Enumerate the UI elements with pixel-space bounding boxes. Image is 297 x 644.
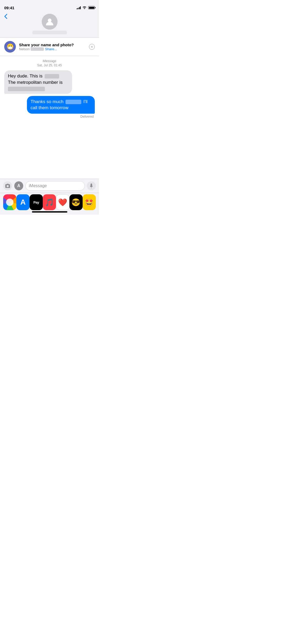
battery-icon [88,6,95,9]
music-icon: 🎵 [45,198,54,207]
person-icon [45,17,54,26]
back-button[interactable] [4,14,7,19]
dock-icon-photos[interactable] [3,194,16,210]
signal-icon [77,6,81,9]
incoming-text-middle: The metropolitan number is [8,80,63,85]
status-time: 09:41 [4,6,14,10]
contact-name-blur [32,31,67,34]
outgoing-name-blur [65,100,81,104]
share-title: Share your name and photo? [19,43,86,47]
dock-icon-applepay[interactable]: Pay [30,194,43,210]
appstore-icon: A [20,198,26,206]
incoming-bubble[interactable]: Hey dude. This is The metropolitan numbe… [4,70,72,94]
share-link[interactable]: Share... [45,47,57,51]
nav-header [0,12,99,38]
applepay-icon: Pay [33,200,39,204]
status-icons [77,6,95,10]
dock-icon-memoji2[interactable]: 🤩 [83,194,96,210]
dock-icon-health[interactable]: ❤️ [56,194,69,210]
phone-number-blur [8,87,45,91]
home-indicator [32,211,67,213]
message-timestamp: iMessage Sat, Jul 25, 01:45 [4,59,95,67]
dock-icon-appstore[interactable]: A [16,194,30,210]
close-banner-button[interactable]: × [89,44,95,50]
outgoing-message-row: Thanks so much I'll call them tomorrow D… [4,96,95,119]
share-content: Share your name and photo? Nelson Share.… [19,43,86,51]
dock-bar: A Pay 🎵 ❤️ 😎 🤩 [0,193,99,215]
memoji2-icon: 🤩 [84,198,94,207]
message-placeholder: iMessage [29,183,47,188]
dock-icon-memoji[interactable]: 😎 [69,194,83,210]
share-banner: 😷 Share your name and photo? Nelson Shar… [0,38,99,56]
memoji-icon: 😎 [71,198,81,207]
share-name-blur [31,47,44,51]
incoming-message-row: Hey dude. This is The metropolitan numbe… [4,70,95,94]
apps-icon: A [17,183,20,188]
input-toolbar: A iMessage [0,179,99,193]
apps-button[interactable]: A [14,181,23,190]
audio-button[interactable] [87,181,96,190]
incoming-text-prefix: Hey dude. This is [8,73,44,79]
message-input[interactable]: iMessage [25,181,85,191]
delivered-label: Delivered [80,115,95,118]
avatar[interactable] [42,14,58,30]
wifi-icon [82,6,87,10]
share-subtitle: Nelson Share... [19,47,86,51]
health-icon: ❤️ [58,198,67,207]
incoming-name-blur [45,74,59,79]
svg-point-0 [48,19,51,22]
microphone-icon [89,183,93,188]
dock-icon-music[interactable]: 🎵 [43,194,56,210]
status-bar: 09:41 [0,0,99,12]
camera-icon [5,184,10,188]
outgoing-text-prefix: Thanks so much [31,99,65,104]
camera-button[interactable] [3,181,12,190]
share-contact-name: Nelson [19,47,30,51]
outgoing-bubble[interactable]: Thanks so much I'll call them tomorrow [27,96,95,114]
main-content: 😷 Share your name and photo? Nelson Shar… [0,12,99,215]
share-contact-avatar: 😷 [4,41,16,53]
